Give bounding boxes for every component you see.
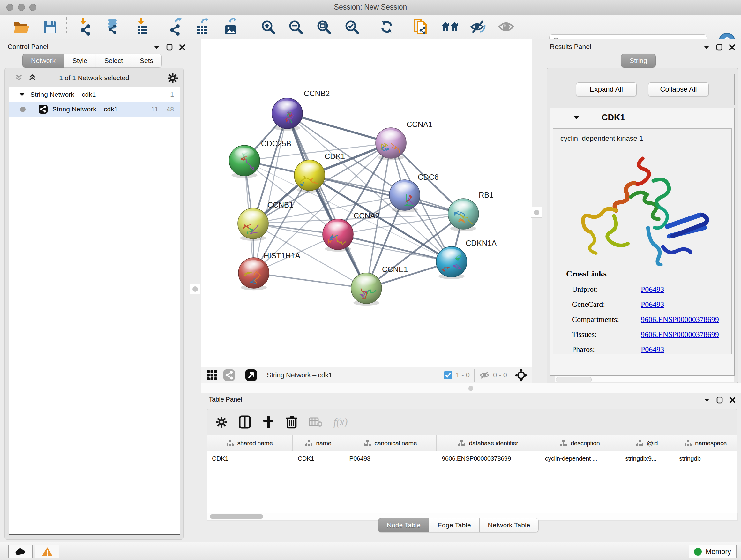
network-options-gear-icon[interactable] bbox=[167, 72, 179, 84]
clone-network-icon[interactable] bbox=[411, 17, 431, 37]
function-builder-icon[interactable]: f(x) bbox=[333, 416, 347, 428]
tab-node-table[interactable]: Node Table bbox=[378, 518, 429, 532]
cell-description[interactable]: cyclin-dependent ... bbox=[540, 451, 620, 466]
column-header-namespace[interactable]: namespace bbox=[674, 435, 737, 451]
table-row[interactable]: CDK1CDK1P064939606.ENSP00000378699cyclin… bbox=[207, 451, 737, 466]
crosslink-link[interactable]: 9606.ENSP00000378699 bbox=[641, 330, 719, 339]
refresh-icon[interactable] bbox=[377, 17, 397, 37]
network-view-canvas[interactable]: CCNB2CCNA1CDC25BCDK1CDC6RB1CCNB1CCNA2CDK… bbox=[201, 39, 532, 367]
edge-CCNB2-HIST1H1A[interactable] bbox=[254, 113, 287, 273]
horizontal-splitter[interactable] bbox=[201, 383, 741, 393]
panel-menu-icon[interactable] bbox=[703, 45, 710, 50]
crosslink-row: Uniprot:P06493 bbox=[572, 285, 598, 294]
open-file-icon[interactable] bbox=[11, 17, 32, 37]
hidden-eye-icon[interactable] bbox=[479, 371, 490, 380]
network-row-selected[interactable]: String Network – cdk1 11 48 bbox=[9, 102, 180, 117]
cell-canonicalname[interactable]: P06493 bbox=[344, 451, 436, 466]
edge-CCNB2-CCNA1[interactable] bbox=[287, 113, 391, 143]
export-table-icon[interactable] bbox=[192, 17, 213, 37]
open-in-new-window-icon[interactable] bbox=[245, 369, 258, 381]
show-all-eye-icon[interactable] bbox=[496, 17, 516, 37]
expand-all-button[interactable]: Expand All bbox=[576, 82, 636, 97]
tab-select[interactable]: Select bbox=[96, 54, 131, 68]
node-CCNE1[interactable]: CCNE1 bbox=[351, 265, 408, 306]
zoom-fit-icon[interactable] bbox=[313, 17, 334, 37]
crosslink-link[interactable]: 9606.ENSP00000378699 bbox=[641, 315, 719, 324]
collapse-all-button[interactable]: Collapse All bbox=[648, 82, 709, 97]
cell-databaseidentifier[interactable]: 9606.ENSP00000378699 bbox=[436, 451, 540, 466]
panel-float-icon[interactable] bbox=[716, 396, 723, 404]
cdk1-entry-header[interactable]: CDK1 bbox=[550, 108, 734, 127]
right-splitter-handle[interactable] bbox=[531, 207, 542, 218]
cell-sharedname[interactable]: CDK1 bbox=[207, 451, 293, 466]
column-header-databaseidentifier[interactable]: database identifier bbox=[436, 435, 540, 451]
node-HIST1H1A[interactable]: HIST1H1A bbox=[239, 251, 300, 290]
import-table-icon[interactable] bbox=[132, 17, 152, 37]
cloud-icon bbox=[14, 547, 27, 556]
cell-namespace[interactable]: stringdb bbox=[674, 451, 737, 466]
cloud-button[interactable] bbox=[8, 545, 32, 558]
zoom-selected-icon[interactable] bbox=[341, 17, 362, 37]
import-network-icon[interactable] bbox=[75, 17, 96, 37]
tab-edge-table[interactable]: Edge Table bbox=[429, 518, 480, 532]
left-splitter-handle[interactable] bbox=[190, 284, 200, 294]
panel-close-icon[interactable] bbox=[729, 396, 736, 403]
cell-name[interactable]: CDK1 bbox=[293, 451, 344, 466]
import-database-icon[interactable] bbox=[102, 17, 123, 37]
delete-column-trash-icon[interactable] bbox=[286, 415, 298, 429]
network-view-toolbar: String Network – cdk1 1 - 0 0 - 0 bbox=[201, 367, 532, 384]
node-CDK1[interactable]: CDK1 bbox=[294, 152, 345, 192]
grid-view-icon[interactable] bbox=[206, 369, 218, 381]
node-CCNB2[interactable]: CCNB2 bbox=[272, 89, 330, 131]
delete-table-icon[interactable] bbox=[309, 417, 323, 428]
results-tab-string[interactable]: String bbox=[621, 54, 656, 68]
crosslink-row: Pharos:P06493 bbox=[572, 345, 595, 354]
panel-float-icon[interactable] bbox=[716, 44, 723, 51]
crosslink-link[interactable]: P06493 bbox=[641, 300, 664, 309]
cell-id[interactable]: stringdb:9... bbox=[620, 451, 674, 466]
panel-menu-icon[interactable] bbox=[153, 45, 160, 50]
crosslink-link[interactable]: P06493 bbox=[641, 345, 664, 354]
tab-sets[interactable]: Sets bbox=[131, 54, 162, 68]
crosslink-link[interactable]: P06493 bbox=[641, 285, 664, 294]
column-header-description[interactable]: description bbox=[540, 435, 620, 451]
tab-style[interactable]: Style bbox=[64, 54, 96, 68]
export-network-icon[interactable] bbox=[165, 17, 185, 37]
tab-network-table[interactable]: Network Table bbox=[480, 518, 539, 532]
panel-close-icon[interactable] bbox=[179, 44, 186, 51]
node-CCNA1[interactable]: CCNA1 bbox=[376, 120, 432, 160]
edge-CCNE1-HIST1H1A[interactable] bbox=[254, 273, 366, 288]
tab-network[interactable]: Network bbox=[22, 54, 64, 68]
selected-checkbox-icon[interactable] bbox=[444, 371, 453, 380]
export-image-icon[interactable] bbox=[220, 17, 241, 37]
node-CCNB1[interactable]: CCNB1 bbox=[238, 200, 293, 241]
entry-expander-icon[interactable] bbox=[573, 115, 580, 120]
column-header-id[interactable]: @id bbox=[620, 435, 674, 451]
tree-expander-icon[interactable] bbox=[19, 92, 25, 97]
houses-icon[interactable] bbox=[440, 17, 460, 37]
node-CDKN1A[interactable]: CDKN1A bbox=[436, 239, 496, 279]
results-scrollbar[interactable] bbox=[555, 376, 734, 382]
panel-close-icon[interactable] bbox=[729, 44, 736, 51]
network-collection-row[interactable]: String Network – cdk1 1 bbox=[9, 87, 180, 102]
table-settings-gear-icon[interactable] bbox=[215, 416, 227, 428]
zoom-in-icon[interactable] bbox=[258, 17, 278, 37]
show-columns-icon[interactable] bbox=[239, 415, 251, 429]
splitter-grip[interactable] bbox=[468, 386, 473, 391]
hide-selected-eye-icon[interactable] bbox=[468, 17, 488, 37]
warnings-button[interactable] bbox=[35, 545, 59, 558]
column-header-sharedname[interactable]: shared name bbox=[207, 435, 293, 451]
save-session-icon[interactable] bbox=[40, 17, 61, 37]
zoom-out-icon[interactable] bbox=[285, 17, 306, 37]
panel-float-icon[interactable] bbox=[166, 44, 173, 51]
node-RB1[interactable]: RB1 bbox=[448, 191, 494, 231]
birdseye-crosshair-icon[interactable] bbox=[515, 368, 528, 382]
panel-menu-icon[interactable] bbox=[703, 397, 711, 402]
memory-button[interactable]: Memory bbox=[689, 545, 737, 558]
column-header-name[interactable]: name bbox=[293, 435, 344, 451]
node-label-CCNB2: CCNB2 bbox=[304, 89, 330, 98]
column-header-canonicalname[interactable]: canonical name bbox=[344, 435, 436, 451]
network-view-title: String Network – cdk1 bbox=[267, 371, 332, 379]
string-share-icon[interactable] bbox=[223, 369, 235, 381]
add-column-icon[interactable] bbox=[262, 415, 275, 429]
